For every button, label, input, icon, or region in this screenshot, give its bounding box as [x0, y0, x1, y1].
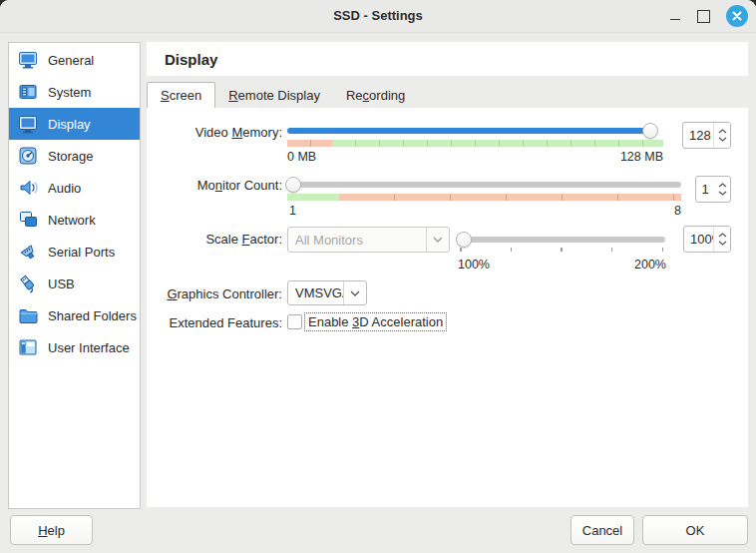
titlebar: SSD - Settings [0, 0, 756, 33]
sidebar-item-storage[interactable]: Storage [9, 140, 140, 172]
sidebar-item-user-interface[interactable]: User Interface [9, 331, 140, 363]
sidebar-item-network[interactable]: Network [9, 204, 140, 236]
graphics-controller-value: VMSVGA [288, 285, 343, 300]
sidebar-item-system[interactable]: System [9, 76, 140, 108]
sidebar-item-serial-ports[interactable]: Serial Ports [9, 236, 140, 268]
spin-down-icon[interactable] [718, 241, 727, 246]
sidebar-item-label: Shared Folders [48, 308, 137, 323]
user-interface-icon [17, 336, 39, 358]
scale-factor-label: Scale Factor: [150, 232, 282, 247]
spin-up-icon[interactable] [718, 183, 727, 188]
monitor-count-max-label: 8 [581, 204, 681, 218]
sidebar-item-shared-folders[interactable]: Shared Folders [9, 299, 140, 331]
sidebar-item-label: User Interface [48, 340, 130, 355]
audio-icon [17, 177, 39, 199]
sidebar-item-audio[interactable]: Audio [9, 172, 140, 204]
sidebar-item-label: Storage [48, 149, 94, 164]
spin-down-icon[interactable] [718, 137, 727, 142]
page-title: Display [147, 51, 217, 68]
tab-bar: Screen Remote Display Recording [147, 82, 748, 109]
chevron-down-icon [426, 228, 449, 252]
enable-3d-acceleration-checkbox[interactable] [287, 314, 302, 329]
spin-up-icon[interactable] [718, 129, 727, 134]
spin-up-icon[interactable] [718, 233, 727, 238]
help-button[interactable]: Help [10, 515, 93, 545]
video-memory-label: Video Memory: [150, 125, 282, 140]
sidebar-item-label: Serial Ports [48, 245, 115, 260]
monitor-count-value[interactable]: 1 [696, 177, 714, 202]
system-icon [17, 81, 39, 103]
video-memory-slider-track[interactable] [287, 128, 656, 134]
settings-window: SSD - Settings General System D [0, 0, 756, 553]
scale-factor-monitor-value: All Monitors [288, 233, 426, 248]
monitor-count-label: Monitor Count: [150, 178, 282, 193]
graphics-controller-label: Graphics Controller: [150, 286, 282, 301]
close-icon[interactable] [726, 5, 748, 27]
shared-folders-icon [17, 304, 39, 326]
monitor-count-slider-handle[interactable] [285, 177, 301, 193]
sidebar-item-usb[interactable]: USB [9, 268, 140, 299]
storage-icon [17, 145, 39, 167]
sidebar-item-label: General [48, 53, 94, 68]
scale-factor-value[interactable]: 100% [684, 227, 713, 252]
monitor-count-min-label: 1 [289, 204, 296, 218]
monitor-count-spinbox[interactable]: 1 [695, 176, 731, 203]
scale-factor-slider-track[interactable] [458, 237, 665, 243]
video-memory-steppers [713, 123, 730, 148]
monitor-count-tick-scale [287, 194, 681, 201]
scale-factor-monitor-combo[interactable]: All Monitors [287, 227, 450, 253]
monitor-count-slider-track[interactable] [287, 182, 681, 188]
extended-features-label: Extended Features: [150, 315, 282, 330]
scale-factor-spinbox[interactable]: 100% [683, 226, 731, 253]
settings-sidebar: General System Display Storage Audio [8, 42, 141, 509]
scale-factor-steppers [713, 227, 730, 252]
window-title: SSD - Settings [0, 0, 756, 32]
cancel-button[interactable]: Cancel [570, 515, 634, 545]
tab-recording[interactable]: Recording [333, 83, 418, 108]
video-memory-value[interactable]: 128 MB [683, 123, 713, 148]
scale-factor-slider-handle[interactable] [456, 232, 472, 248]
network-icon [17, 209, 39, 231]
general-icon [17, 49, 39, 71]
screen-tab-pane [147, 108, 748, 507]
sidebar-item-label: USB [48, 276, 75, 291]
window-controls [669, 0, 748, 32]
spin-down-icon[interactable] [718, 191, 727, 196]
chevron-down-icon [343, 281, 366, 304]
display-icon [17, 113, 39, 135]
video-memory-min-label: 0 MB [287, 150, 316, 164]
ok-button[interactable]: OK [642, 515, 748, 545]
sidebar-item-label: Network [48, 213, 96, 228]
monitor-count-steppers [714, 177, 730, 202]
scale-factor-min-label: 100% [458, 258, 490, 272]
sidebar-item-display[interactable]: Display [9, 108, 140, 140]
maximize-icon[interactable] [697, 10, 710, 23]
tab-remote-display[interactable]: Remote Display [215, 83, 333, 108]
usb-icon [17, 273, 39, 294]
sidebar-item-label: Audio [48, 181, 81, 196]
video-memory-max-label: 128 MB [564, 150, 663, 164]
sidebar-item-label: System [48, 85, 91, 100]
minimize-icon[interactable] [669, 10, 681, 22]
page-header: Display [147, 42, 748, 76]
enable-3d-acceleration-label[interactable]: Enable 3D Acceleration [304, 312, 447, 331]
scale-factor-tick-marks [460, 248, 663, 252]
sidebar-item-general[interactable]: General [9, 44, 140, 76]
video-memory-spinbox[interactable]: 128 MB [682, 122, 731, 149]
sidebar-item-label: Display [48, 117, 91, 132]
tab-screen[interactable]: Screen [147, 82, 215, 109]
scale-factor-max-label: 200% [567, 258, 666, 272]
video-memory-tick-scale [287, 140, 663, 147]
serial-ports-icon [17, 241, 39, 263]
video-memory-slider-handle[interactable] [642, 123, 658, 139]
graphics-controller-combo[interactable]: VMSVGA [287, 280, 367, 305]
